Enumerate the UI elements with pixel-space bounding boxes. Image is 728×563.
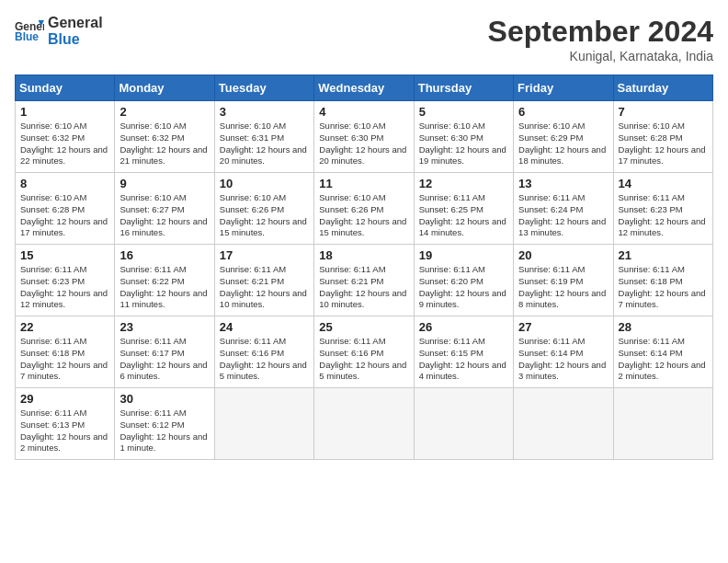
day-cell-30: 30Sunrise: 6:11 AMSunset: 6:12 PMDayligh… bbox=[115, 388, 214, 460]
day-number: 8 bbox=[20, 177, 109, 190]
day-cell-20: 20Sunrise: 6:11 AMSunset: 6:19 PMDayligh… bbox=[514, 245, 613, 316]
header-thursday: Thursday bbox=[414, 75, 513, 101]
empty-cell bbox=[613, 388, 712, 460]
day-info: Sunrise: 6:10 AMSunset: 6:26 PMDaylight:… bbox=[319, 192, 408, 239]
day-info: Sunrise: 6:10 AMSunset: 6:32 PMDaylight:… bbox=[20, 121, 109, 167]
day-info: Sunrise: 6:10 AMSunset: 6:30 PMDaylight:… bbox=[419, 121, 508, 167]
page-header: General Blue General Blue September 2024… bbox=[15, 15, 713, 63]
day-info: Sunrise: 6:11 AMSunset: 6:23 PMDaylight:… bbox=[20, 264, 109, 311]
title-block: September 2024 Kunigal, Karnataka, India bbox=[488, 15, 713, 63]
day-number: 24 bbox=[220, 320, 309, 334]
location-subtitle: Kunigal, Karnataka, India bbox=[488, 49, 713, 63]
day-cell-25: 25Sunrise: 6:11 AMSunset: 6:16 PMDayligh… bbox=[314, 316, 414, 388]
day-number: 2 bbox=[119, 105, 209, 119]
day-cell-16: 16Sunrise: 6:11 AMSunset: 6:22 PMDayligh… bbox=[115, 245, 214, 316]
day-cell-13: 13Sunrise: 6:11 AMSunset: 6:24 PMDayligh… bbox=[514, 173, 613, 245]
day-number: 14 bbox=[619, 177, 708, 190]
day-number: 20 bbox=[518, 248, 608, 262]
day-cell-27: 27Sunrise: 6:11 AMSunset: 6:14 PMDayligh… bbox=[514, 316, 613, 388]
day-info: Sunrise: 6:11 AMSunset: 6:14 PMDaylight:… bbox=[619, 336, 708, 383]
day-cell-12: 12Sunrise: 6:11 AMSunset: 6:25 PMDayligh… bbox=[414, 173, 513, 245]
day-cell-6: 6Sunrise: 6:10 AMSunset: 6:29 PMDaylight… bbox=[514, 101, 613, 173]
day-number: 4 bbox=[319, 105, 408, 119]
day-info: Sunrise: 6:11 AMSunset: 6:19 PMDaylight:… bbox=[518, 264, 608, 311]
day-info: Sunrise: 6:11 AMSunset: 6:12 PMDaylight:… bbox=[119, 408, 209, 454]
day-info: Sunrise: 6:11 AMSunset: 6:25 PMDaylight:… bbox=[419, 192, 508, 239]
day-cell-21: 21Sunrise: 6:11 AMSunset: 6:18 PMDayligh… bbox=[613, 245, 712, 316]
header-monday: Monday bbox=[115, 75, 214, 101]
day-info: Sunrise: 6:10 AMSunset: 6:27 PMDaylight:… bbox=[119, 192, 209, 239]
day-number: 12 bbox=[419, 177, 508, 190]
day-number: 18 bbox=[319, 248, 408, 262]
day-cell-11: 11Sunrise: 6:10 AMSunset: 6:26 PMDayligh… bbox=[314, 173, 414, 245]
day-info: Sunrise: 6:11 AMSunset: 6:23 PMDaylight:… bbox=[619, 192, 708, 239]
day-info: Sunrise: 6:11 AMSunset: 6:20 PMDaylight:… bbox=[419, 264, 508, 311]
day-info: Sunrise: 6:10 AMSunset: 6:28 PMDaylight:… bbox=[619, 121, 708, 167]
day-number: 6 bbox=[518, 105, 608, 119]
day-info: Sunrise: 6:11 AMSunset: 6:21 PMDaylight:… bbox=[220, 264, 309, 311]
day-number: 3 bbox=[220, 105, 309, 119]
day-cell-5: 5Sunrise: 6:10 AMSunset: 6:30 PMDaylight… bbox=[414, 101, 513, 173]
month-title: September 2024 bbox=[488, 15, 713, 49]
day-info: Sunrise: 6:11 AMSunset: 6:18 PMDaylight:… bbox=[619, 264, 708, 311]
day-info: Sunrise: 6:11 AMSunset: 6:15 PMDaylight:… bbox=[419, 336, 508, 383]
calendar-table: SundayMondayTuesdayWednesdayThursdayFrid… bbox=[15, 75, 713, 460]
day-info: Sunrise: 6:11 AMSunset: 6:24 PMDaylight:… bbox=[518, 192, 608, 239]
empty-cell bbox=[214, 388, 313, 460]
day-number: 17 bbox=[220, 248, 309, 262]
day-info: Sunrise: 6:11 AMSunset: 6:22 PMDaylight:… bbox=[119, 264, 209, 311]
calendar-week-4: 22Sunrise: 6:11 AMSunset: 6:18 PMDayligh… bbox=[16, 316, 713, 388]
day-cell-1: 1Sunrise: 6:10 AMSunset: 6:32 PMDaylight… bbox=[16, 101, 115, 173]
day-cell-28: 28Sunrise: 6:11 AMSunset: 6:14 PMDayligh… bbox=[613, 316, 712, 388]
day-info: Sunrise: 6:10 AMSunset: 6:28 PMDaylight:… bbox=[20, 192, 109, 239]
day-info: Sunrise: 6:11 AMSunset: 6:14 PMDaylight:… bbox=[518, 336, 608, 383]
day-number: 29 bbox=[20, 392, 109, 406]
day-number: 13 bbox=[518, 177, 608, 190]
day-cell-24: 24Sunrise: 6:11 AMSunset: 6:16 PMDayligh… bbox=[214, 316, 313, 388]
day-info: Sunrise: 6:10 AMSunset: 6:30 PMDaylight:… bbox=[319, 121, 408, 167]
empty-cell bbox=[514, 388, 613, 460]
calendar-week-5: 29Sunrise: 6:11 AMSunset: 6:13 PMDayligh… bbox=[16, 388, 713, 460]
day-number: 7 bbox=[619, 105, 708, 119]
calendar-week-1: 1Sunrise: 6:10 AMSunset: 6:32 PMDaylight… bbox=[16, 101, 713, 173]
day-number: 28 bbox=[619, 320, 708, 334]
day-info: Sunrise: 6:11 AMSunset: 6:17 PMDaylight:… bbox=[119, 336, 209, 383]
day-number: 25 bbox=[319, 320, 408, 334]
day-info: Sunrise: 6:10 AMSunset: 6:29 PMDaylight:… bbox=[518, 121, 608, 167]
header-wednesday: Wednesday bbox=[314, 75, 414, 101]
day-number: 26 bbox=[419, 320, 508, 334]
calendar-week-2: 8Sunrise: 6:10 AMSunset: 6:28 PMDaylight… bbox=[16, 173, 713, 245]
day-info: Sunrise: 6:11 AMSunset: 6:18 PMDaylight:… bbox=[20, 336, 109, 383]
day-number: 10 bbox=[220, 177, 309, 190]
day-info: Sunrise: 6:11 AMSunset: 6:21 PMDaylight:… bbox=[319, 264, 408, 311]
day-number: 22 bbox=[20, 320, 109, 334]
day-number: 11 bbox=[319, 177, 408, 190]
day-cell-7: 7Sunrise: 6:10 AMSunset: 6:28 PMDaylight… bbox=[613, 101, 712, 173]
day-number: 19 bbox=[419, 248, 508, 262]
day-number: 9 bbox=[119, 177, 209, 190]
day-info: Sunrise: 6:10 AMSunset: 6:32 PMDaylight:… bbox=[119, 121, 209, 167]
day-info: Sunrise: 6:11 AMSunset: 6:16 PMDaylight:… bbox=[319, 336, 408, 383]
day-info: Sunrise: 6:10 AMSunset: 6:26 PMDaylight:… bbox=[220, 192, 309, 239]
day-cell-22: 22Sunrise: 6:11 AMSunset: 6:18 PMDayligh… bbox=[16, 316, 115, 388]
day-number: 15 bbox=[20, 248, 109, 262]
empty-cell bbox=[414, 388, 513, 460]
day-cell-23: 23Sunrise: 6:11 AMSunset: 6:17 PMDayligh… bbox=[115, 316, 214, 388]
header-saturday: Saturday bbox=[613, 75, 712, 101]
svg-text:Blue: Blue bbox=[15, 30, 39, 43]
day-cell-10: 10Sunrise: 6:10 AMSunset: 6:26 PMDayligh… bbox=[214, 173, 313, 245]
logo-icon: General Blue bbox=[15, 18, 44, 44]
day-cell-8: 8Sunrise: 6:10 AMSunset: 6:28 PMDaylight… bbox=[16, 173, 115, 245]
day-number: 23 bbox=[119, 320, 209, 334]
calendar-header-row: SundayMondayTuesdayWednesdayThursdayFrid… bbox=[16, 75, 713, 101]
day-number: 1 bbox=[20, 105, 109, 119]
day-info: Sunrise: 6:10 AMSunset: 6:31 PMDaylight:… bbox=[220, 121, 309, 167]
day-number: 21 bbox=[619, 248, 708, 262]
empty-cell bbox=[314, 388, 414, 460]
day-cell-17: 17Sunrise: 6:11 AMSunset: 6:21 PMDayligh… bbox=[214, 245, 313, 316]
day-number: 27 bbox=[518, 320, 608, 334]
day-number: 5 bbox=[419, 105, 508, 119]
day-number: 30 bbox=[119, 392, 209, 406]
day-cell-19: 19Sunrise: 6:11 AMSunset: 6:20 PMDayligh… bbox=[414, 245, 513, 316]
day-info: Sunrise: 6:11 AMSunset: 6:16 PMDaylight:… bbox=[220, 336, 309, 383]
